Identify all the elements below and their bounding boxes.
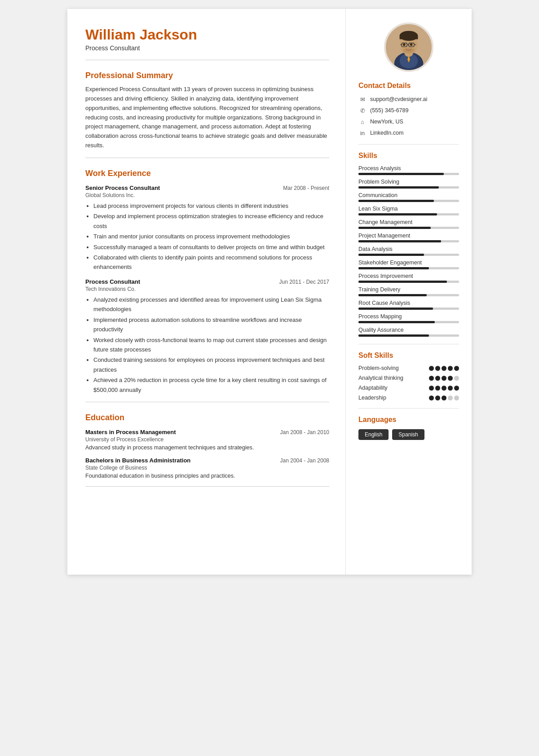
job-date: Jun 2011 - Dec 2017: [279, 279, 329, 285]
skill-item: Data Analysis: [358, 246, 459, 256]
avatar: [384, 22, 433, 72]
skill-bar-fill: [358, 213, 437, 215]
list-item: Analyzed existing processes and identifi…: [93, 295, 329, 314]
job-title-label: Process Consultant: [85, 278, 140, 285]
skill-item: Training Delivery: [358, 286, 459, 296]
dot: [442, 386, 446, 391]
svg-rect-7: [400, 36, 418, 39]
skill-bar-bg: [358, 334, 459, 337]
skill-label: Process Mapping: [358, 313, 459, 320]
work-divider: [85, 402, 329, 402]
skill-bar-fill: [358, 321, 435, 323]
contact-text: (555) 345-6789: [370, 107, 408, 114]
skill-bar-fill: [358, 308, 433, 310]
skill-label: Process Analysis: [358, 165, 459, 171]
dot: [429, 376, 434, 381]
skill-bar-bg: [358, 227, 459, 229]
edu-school: State College of Business: [85, 465, 329, 471]
skill-item: Lean Six Sigma: [358, 206, 459, 215]
dot: [454, 366, 459, 371]
dot: [442, 396, 446, 400]
skill-item: Process Mapping: [358, 313, 459, 323]
skill-bar-fill: [358, 267, 429, 269]
skill-label: Project Management: [358, 233, 459, 239]
skill-item: Quality Assurance: [358, 327, 459, 337]
contact-item: ⌂ NewYork, US: [358, 118, 459, 126]
skill-bar-bg: [358, 240, 459, 242]
dots: [429, 386, 459, 391]
soft-skill-label: Adaptability: [358, 385, 429, 391]
edu-date: Jan 2004 - Jan 2008: [280, 457, 329, 464]
dot: [454, 386, 459, 391]
job-date: Mar 2008 - Present: [283, 185, 329, 191]
education-title: Education: [85, 413, 329, 422]
contact-item: in LinkedIn.com: [358, 129, 459, 137]
skill-label: Problem Solving: [358, 179, 459, 185]
skill-item: Project Management: [358, 233, 459, 242]
list-item: Achieved a 20% reduction in process cycl…: [93, 375, 329, 395]
soft-skill-item: Problem-solving: [358, 365, 459, 371]
job-item: Process Consultant Jun 2011 - Dec 2017 T…: [85, 278, 329, 395]
skill-label: Change Management: [358, 219, 459, 225]
dot: [448, 366, 453, 371]
svg-point-15: [403, 48, 415, 53]
skill-bar-bg: [358, 321, 459, 323]
dots: [429, 366, 459, 371]
skill-label: Training Delivery: [358, 286, 459, 293]
skill-item: Problem Solving: [358, 179, 459, 189]
summary-text: Experienced Process Consultant with 13 y…: [85, 85, 329, 150]
edu-desc: Advanced study in process management tec…: [85, 444, 329, 451]
dot: [429, 386, 434, 391]
soft-skills-divider: [358, 408, 459, 409]
header-divider: [85, 60, 329, 60]
skill-item: Process Improvement: [358, 273, 459, 283]
skill-item: Process Analysis: [358, 165, 459, 175]
dot: [429, 366, 434, 371]
skill-label: Stakeholder Engagement: [358, 259, 459, 266]
dots: [429, 376, 459, 381]
skill-bar-fill: [358, 281, 447, 283]
soft-skill-item: Leadership: [358, 395, 459, 401]
skill-bar-fill: [358, 240, 441, 242]
skills-title: Skills: [358, 152, 459, 160]
skill-bar-bg: [358, 213, 459, 215]
svg-point-14: [410, 44, 413, 46]
summary-divider: [85, 158, 329, 158]
skill-bar-fill: [358, 334, 429, 337]
work-exp-title: Work Experience: [85, 169, 329, 178]
skill-bar-bg: [358, 281, 459, 283]
edu-item: Bachelors in Business Administration Jan…: [85, 457, 329, 479]
svg-point-13: [403, 44, 406, 46]
contact-icon: ⌂: [358, 118, 367, 126]
right-column: Contact Details ✉ support@cvdesigner.ai …: [346, 9, 472, 575]
skill-item: Change Management: [358, 219, 459, 229]
skill-label: Quality Assurance: [358, 327, 459, 333]
edu-item: Masters in Process Management Jan 2008 -…: [85, 429, 329, 451]
languages-title: Languages: [358, 416, 459, 424]
dot: [435, 366, 440, 371]
dot: [448, 386, 453, 391]
list-item: Worked closely with cross-functional tea…: [93, 335, 329, 355]
skill-bar-fill: [358, 186, 439, 189]
skill-label: Data Analysis: [358, 246, 459, 252]
job-bullets: Lead process improvement projects for va…: [85, 201, 329, 272]
skill-bar-fill: [358, 254, 424, 256]
dot: [435, 386, 440, 391]
job-item: Senior Process Consultant Mar 2008 - Pre…: [85, 185, 329, 272]
contact-icon: in: [358, 129, 367, 137]
dots: [429, 396, 459, 400]
avatar-wrap: [358, 22, 459, 72]
name: William Jackson: [85, 27, 329, 43]
lang-container: EnglishSpanish: [358, 429, 459, 440]
list-item: Implemented process automation solutions…: [93, 315, 329, 334]
skill-bar-fill: [358, 200, 434, 202]
skill-label: Communication: [358, 192, 459, 198]
jobs-container: Senior Process Consultant Mar 2008 - Pre…: [85, 185, 329, 395]
contact-item: ✆ (555) 345-6789: [358, 106, 459, 114]
list-item: Develop and implement process optimizati…: [93, 211, 329, 231]
skill-label: Lean Six Sigma: [358, 206, 459, 212]
skill-bar-bg: [358, 294, 459, 296]
skill-bar-fill: [358, 294, 427, 296]
soft-skills-container: Problem-solving Analytical thinking Adap…: [358, 365, 459, 401]
dot: [448, 376, 453, 381]
